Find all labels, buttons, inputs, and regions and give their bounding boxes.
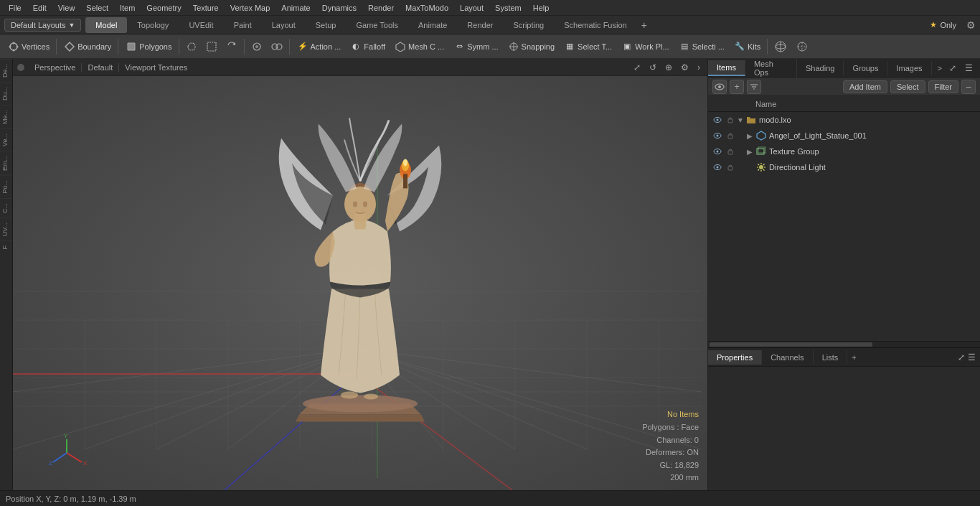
layout-settings-button[interactable]: ⚙ xyxy=(962,18,980,32)
viewport-rotate-icon[interactable]: ↺ xyxy=(646,62,659,73)
boundary-button[interactable]: Boundary xyxy=(59,38,116,55)
star-only-filter[interactable]: ★ Only xyxy=(924,20,962,29)
menu-item[interactable]: Item xyxy=(114,2,141,14)
menu-render[interactable]: Render xyxy=(362,2,400,14)
tab-scripting[interactable]: Scripting xyxy=(503,17,554,33)
menu-texture[interactable]: Texture xyxy=(187,2,225,14)
items-list[interactable]: ▼ modo.lxo ▶ Angel_of_Light_S xyxy=(708,112,980,341)
action-button[interactable]: ⚡ Action ... xyxy=(292,38,346,55)
ltab-channels[interactable]: Channels xyxy=(762,350,813,365)
viewport-perspective-label[interactable]: Perspective xyxy=(29,63,82,72)
viewport-expand-icon[interactable]: › xyxy=(694,62,703,73)
snapping-button[interactable]: Snapping xyxy=(503,38,560,55)
expand-texture[interactable]: ▶ xyxy=(747,148,755,156)
menu-maxtomode[interactable]: MaxToModo xyxy=(400,2,454,14)
add-item-btn[interactable]: Add Item xyxy=(843,80,887,93)
tab-layout[interactable]: Layout xyxy=(262,17,306,33)
lower-menu-icon[interactable]: ☰ xyxy=(968,352,976,362)
select-mode-btn-2[interactable] xyxy=(202,39,222,55)
panel-collapse-icon[interactable]: ⤢ xyxy=(946,62,959,74)
menu-system[interactable]: System xyxy=(489,2,527,14)
selecti-button[interactable]: ▤ Selecti ... xyxy=(674,38,729,55)
snap-point-btn[interactable] xyxy=(791,38,813,55)
vt-section-c[interactable]: C... xyxy=(0,198,12,217)
tab-model[interactable]: Model xyxy=(85,17,127,33)
menu-layout[interactable]: Layout xyxy=(454,2,489,14)
viewport-frame-icon[interactable]: ⊕ xyxy=(662,62,675,73)
menu-dynamics[interactable]: Dynamics xyxy=(316,2,362,14)
items-minus-btn[interactable]: – xyxy=(961,80,976,94)
tab-items[interactable]: Items xyxy=(708,60,745,76)
menu-file[interactable]: File xyxy=(3,2,27,14)
tab-topology[interactable]: Topology xyxy=(127,17,179,33)
filter-icon-btn[interactable] xyxy=(747,80,761,94)
menu-geometry[interactable]: Geometry xyxy=(141,2,187,14)
more-tabs-btn[interactable]: > xyxy=(933,61,946,75)
tab-schematicfusion[interactable]: Schematic Fusion xyxy=(554,17,636,33)
menu-select[interactable]: Select xyxy=(80,2,114,14)
viewport-settings-icon[interactable]: ⚙ xyxy=(678,62,692,73)
tab-images[interactable]: Images xyxy=(887,61,931,75)
select-btn[interactable]: Select xyxy=(890,80,925,93)
add-icon-btn[interactable]: + xyxy=(730,80,744,94)
view-3d-btn[interactable] xyxy=(770,38,791,55)
selectt-button[interactable]: ▦ Select T... xyxy=(559,38,616,55)
vt-section-me[interactable]: Me... xyxy=(0,105,12,128)
tab-uvedit[interactable]: UVEdit xyxy=(179,17,223,33)
falloff-button[interactable]: ◐ Falloff xyxy=(345,38,390,55)
viewport[interactable]: No Items Polygons : Face Channels: 0 Def… xyxy=(13,76,707,490)
menu-help[interactable]: Help xyxy=(527,2,555,14)
eye-toggle-light[interactable] xyxy=(711,161,724,174)
circle-select-btn[interactable] xyxy=(247,39,267,55)
viewport-resize-icon[interactable]: ⤢ xyxy=(631,62,644,73)
list-item-texture[interactable]: ▶ Texture Group xyxy=(708,144,980,159)
select-mode-btn-1[interactable] xyxy=(182,39,202,55)
ltab-add-btn[interactable]: + xyxy=(847,350,860,365)
eye-toggle-modolxo[interactable] xyxy=(711,113,724,126)
symm-button[interactable]: ⇔ Symm ... xyxy=(448,38,502,55)
tab-meshops[interactable]: Mesh Ops xyxy=(745,57,797,80)
vt-section-de[interactable]: De... xyxy=(0,59,12,82)
tab-shading[interactable]: Shading xyxy=(797,61,844,75)
kits-button[interactable]: 🔧 Kits xyxy=(729,38,765,55)
vertices-button[interactable]: Vertices xyxy=(3,38,54,55)
layouts-dropdown[interactable]: Default Layouts ▼ xyxy=(4,19,81,32)
menu-vertexmap[interactable]: Vertex Map xyxy=(225,2,276,14)
tab-paint[interactable]: Paint xyxy=(224,17,262,33)
list-item-modolxo[interactable]: ▼ modo.lxo xyxy=(708,112,980,128)
expand-modolxo[interactable]: ▼ xyxy=(737,116,745,124)
lower-expand-icon[interactable]: ⤢ xyxy=(958,352,965,362)
rotate-btn[interactable] xyxy=(222,39,242,55)
lock-icon-light[interactable] xyxy=(724,161,737,174)
menu-view[interactable]: View xyxy=(52,2,81,14)
lock-icon-texture[interactable] xyxy=(724,145,737,158)
ltab-properties[interactable]: Properties xyxy=(708,350,762,365)
tab-gametools[interactable]: Game Tools xyxy=(346,17,408,33)
vt-section-du[interactable]: Du... xyxy=(0,82,12,105)
menu-edit[interactable]: Edit xyxy=(27,2,52,14)
items-scrollbar[interactable] xyxy=(708,341,980,347)
eye-toggle-angel[interactable] xyxy=(711,129,724,142)
lock-icon-modolxo[interactable] xyxy=(724,113,737,126)
list-item-light[interactable]: Directional Light xyxy=(708,159,980,175)
add-tab-button[interactable]: + xyxy=(637,18,651,32)
filter-btn[interactable]: Filter xyxy=(928,80,958,93)
vt-section-po[interactable]: Po... xyxy=(0,175,12,198)
polygons-button[interactable]: Polygons xyxy=(121,38,176,55)
lock-icon-angel[interactable] xyxy=(724,129,737,142)
tab-groups[interactable]: Groups xyxy=(844,61,887,75)
list-item-angel[interactable]: ▶ Angel_of_Light_Statue_001 xyxy=(708,128,980,144)
ltab-lists[interactable]: Lists xyxy=(814,350,848,365)
tab-setup[interactable]: Setup xyxy=(306,17,347,33)
viewport-dot[interactable] xyxy=(17,64,24,71)
tab-animate[interactable]: Animate xyxy=(408,17,457,33)
vt-section-em[interactable]: Em... xyxy=(0,151,12,175)
panel-menu-icon[interactable]: ☰ xyxy=(962,62,976,74)
tab-render[interactable]: Render xyxy=(457,17,503,33)
viewport-textures-label[interactable]: Viewport Textures xyxy=(119,63,193,72)
meshc-button[interactable]: Mesh C ... xyxy=(390,38,448,55)
viewport-default-label[interactable]: Default xyxy=(82,63,119,72)
workpl-button[interactable]: ▣ Work Pl... xyxy=(616,38,673,55)
vt-section-f[interactable]: F xyxy=(0,240,12,254)
expand-angel[interactable]: ▶ xyxy=(747,132,755,140)
